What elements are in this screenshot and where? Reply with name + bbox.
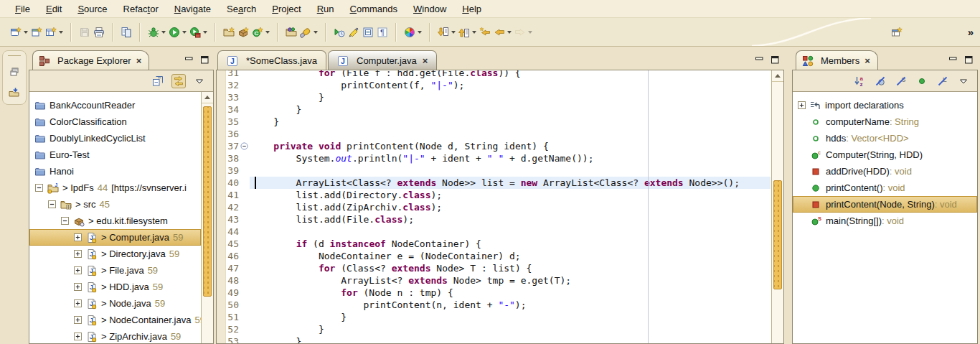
tree-item-ipdfs[interactable]: J> IpdFs44[https://svnserver.i bbox=[29, 180, 201, 196]
last-edit-location-button[interactable] bbox=[478, 24, 492, 40]
editor-scrollbar[interactable] bbox=[771, 70, 783, 343]
tree-item-hanoi[interactable]: Hanoi bbox=[29, 163, 201, 180]
dropdown-arrow-icon[interactable] bbox=[528, 31, 532, 34]
minimize-button[interactable] bbox=[184, 55, 194, 65]
hide-fields-button[interactable] bbox=[873, 74, 887, 88]
next-annotation-button[interactable] bbox=[436, 24, 457, 40]
menu-search[interactable]: Search bbox=[219, 1, 264, 17]
expand-toggle-icon[interactable] bbox=[73, 315, 83, 325]
tree-item-doublylinkedcycliclist[interactable]: DoublyLinkedCyclicList bbox=[29, 130, 201, 147]
menu-file[interactable]: File bbox=[7, 1, 38, 17]
package-explorer-content[interactable]: BankAccountReaderColorClassificationDoub… bbox=[29, 91, 213, 343]
menu-refactor[interactable]: Refactor bbox=[116, 1, 166, 17]
collapse-toggle-icon[interactable] bbox=[34, 183, 44, 192]
sort-button[interactable]: az bbox=[852, 74, 867, 88]
dropdown-arrow-icon[interactable] bbox=[472, 31, 476, 34]
open-perspective-button[interactable] bbox=[889, 24, 905, 40]
dropdown-arrow-icon[interactable] bbox=[451, 31, 456, 34]
dropdown-arrow-icon[interactable] bbox=[265, 31, 270, 34]
toolbar-overflow-chevron[interactable]: » bbox=[968, 26, 973, 38]
link-with-editor-button[interactable] bbox=[171, 74, 186, 88]
open-type-button[interactable] bbox=[284, 24, 298, 40]
scrollbar-thumb[interactable] bbox=[203, 106, 212, 297]
collapse-toggle-icon[interactable] bbox=[60, 216, 70, 226]
run-button[interactable] bbox=[167, 24, 188, 40]
minimize-button[interactable] bbox=[948, 55, 958, 65]
tree-item-computer-java[interactable]: J> Computer.java59 bbox=[29, 229, 201, 246]
new-view-button[interactable] bbox=[44, 24, 65, 40]
package-explorer-tab[interactable]: Package Explorer × bbox=[32, 50, 149, 70]
maximize-button[interactable] bbox=[200, 55, 209, 65]
menu-run[interactable]: Run bbox=[309, 1, 342, 17]
close-icon[interactable]: × bbox=[136, 55, 142, 66]
new-file-button[interactable] bbox=[29, 24, 44, 40]
dropdown-arrow-icon[interactable] bbox=[203, 31, 207, 34]
show-source-block-button[interactable] bbox=[361, 24, 375, 40]
external-tools-button[interactable] bbox=[188, 24, 209, 40]
color-palette-button[interactable] bbox=[402, 24, 423, 40]
menu-navigate[interactable]: Navigate bbox=[166, 1, 219, 17]
new-wizard-button[interactable] bbox=[9, 24, 29, 40]
tree-item-hdd-java[interactable]: J> HDD.java59 bbox=[29, 279, 201, 295]
show-public-button[interactable] bbox=[915, 74, 929, 88]
print-button[interactable] bbox=[92, 24, 106, 40]
code-editor[interactable]: 31 for (File f : hdd.get(File.class)) {3… bbox=[216, 70, 784, 344]
expand-toggle-icon[interactable] bbox=[73, 233, 83, 242]
tree-item-node-java[interactable]: J> Node.java59 bbox=[29, 295, 201, 312]
dropdown-arrow-icon[interactable] bbox=[24, 31, 28, 34]
new-package-button[interactable] bbox=[236, 24, 250, 40]
dropdown-arrow-icon[interactable] bbox=[507, 31, 512, 34]
menu-window[interactable]: Window bbox=[405, 1, 454, 17]
search-button[interactable] bbox=[298, 24, 319, 40]
show-whitespace-button[interactable]: ¶ bbox=[375, 24, 390, 40]
member-item-printcontent-node-string[interactable]: printContent(Node, String) : void bbox=[793, 196, 977, 213]
collapse-toggle-icon[interactable] bbox=[47, 200, 57, 209]
restore-views-button[interactable] bbox=[7, 65, 22, 80]
expand-toggle-icon[interactable] bbox=[797, 101, 806, 110]
new-class-button[interactable]: C bbox=[250, 24, 271, 40]
copy-book-button[interactable] bbox=[119, 24, 133, 40]
highlighter-button[interactable] bbox=[347, 24, 361, 40]
expand-toggle-icon[interactable] bbox=[73, 249, 83, 259]
package-explorer-scrollbar[interactable] bbox=[201, 92, 213, 343]
member-item-computername[interactable]: computerName : String bbox=[793, 113, 977, 130]
dropdown-arrow-icon[interactable] bbox=[314, 31, 318, 34]
hide-static-button[interactable]: S bbox=[894, 74, 908, 88]
close-icon[interactable]: × bbox=[423, 55, 428, 66]
view-menu-button[interactable] bbox=[192, 74, 207, 88]
open-fast-view-button[interactable] bbox=[7, 85, 22, 100]
member-item-import-declarations[interactable]: import declarations bbox=[793, 97, 977, 113]
member-item-printcontent[interactable]: printContent() : void bbox=[793, 180, 977, 196]
maximize-button[interactable] bbox=[771, 55, 780, 65]
fold-marker-icon[interactable] bbox=[239, 140, 250, 152]
tab-someclass-java[interactable]: J *SomeClass.java bbox=[217, 50, 326, 70]
member-item-adddrive-hdd[interactable]: addDrive(HDD) : void bbox=[793, 163, 977, 180]
collapse-all-button[interactable] bbox=[151, 74, 165, 88]
dropdown-arrow-icon[interactable] bbox=[161, 31, 166, 34]
prev-annotation-button[interactable] bbox=[457, 24, 478, 40]
view-menu-button[interactable] bbox=[956, 74, 971, 88]
scroll-up-icon[interactable] bbox=[202, 92, 213, 103]
member-item-computer-string-hdd[interactable]: cComputer(String, HDD) bbox=[793, 147, 977, 163]
tree-item-euro-test[interactable]: Euro-Test bbox=[29, 147, 201, 163]
tree-item-ziparchiv-java[interactable]: J> ZipArchiv.java59 bbox=[29, 328, 201, 343]
new-java-project-button[interactable] bbox=[222, 24, 236, 40]
scroll-up-icon[interactable] bbox=[772, 70, 783, 82]
scrollbar-thumb[interactable] bbox=[773, 180, 782, 289]
minimize-button[interactable] bbox=[755, 55, 764, 65]
members-tab[interactable]: Members × bbox=[796, 50, 878, 70]
back-button[interactable] bbox=[492, 24, 513, 40]
tab-computer-java[interactable]: J Computer.java × bbox=[328, 50, 437, 70]
tree-item-colorclassification[interactable]: ColorClassification bbox=[29, 113, 201, 130]
menu-project[interactable]: Project bbox=[264, 1, 308, 17]
run-to-line-button[interactable] bbox=[332, 24, 347, 40]
tree-item-directory-java[interactable]: J> Directory.java59 bbox=[29, 246, 201, 262]
dropdown-arrow-icon[interactable] bbox=[182, 31, 187, 34]
dropdown-arrow-icon[interactable] bbox=[418, 31, 422, 34]
expand-toggle-icon[interactable] bbox=[73, 332, 83, 341]
hide-local-types-button[interactable]: L bbox=[936, 74, 950, 88]
menu-commands[interactable]: Commands bbox=[342, 1, 405, 17]
close-icon[interactable]: × bbox=[864, 55, 870, 66]
tree-item-src[interactable]: > src45 bbox=[29, 196, 201, 213]
member-item-main-string[interactable]: Smain(String[]) : void bbox=[793, 213, 977, 229]
